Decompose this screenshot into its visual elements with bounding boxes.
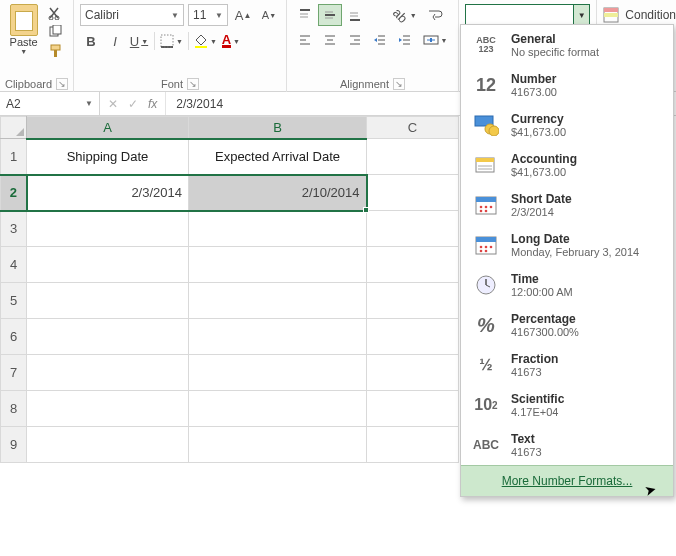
- cell-A7[interactable]: [27, 355, 189, 391]
- cell-A8[interactable]: [27, 391, 189, 427]
- format-option-time[interactable]: Time12:00:00 AM: [461, 265, 673, 305]
- font-size-combo[interactable]: 11▼: [188, 4, 228, 26]
- italic-button[interactable]: I: [104, 30, 126, 52]
- cancel-icon[interactable]: ✕: [108, 97, 118, 111]
- cell-B3[interactable]: [189, 211, 367, 247]
- underline-button[interactable]: U▼: [128, 30, 150, 52]
- cell-B2[interactable]: 2/10/2014: [189, 175, 367, 211]
- cell-C2[interactable]: [367, 175, 459, 211]
- column-header-A[interactable]: A: [27, 117, 189, 139]
- decrease-font-button[interactable]: A▼: [258, 4, 280, 26]
- cell-B1[interactable]: Expected Arrival Date: [189, 139, 367, 175]
- number-format-combo[interactable]: ▼: [465, 4, 590, 26]
- cell-B4[interactable]: [189, 247, 367, 283]
- format-option-currency[interactable]: Currency$41,673.00: [461, 105, 673, 145]
- cell-A5[interactable]: [27, 283, 189, 319]
- increase-font-button[interactable]: A▲: [232, 4, 254, 26]
- format-option-number[interactable]: 12 Number41673.00: [461, 65, 673, 105]
- format-option-scientific[interactable]: 102 Scientific4.17E+04: [461, 385, 673, 425]
- font-launcher[interactable]: ↘: [187, 78, 199, 90]
- svg-rect-4: [51, 45, 60, 50]
- number-format-dropdown: ABC123 GeneralNo specific format 12 Numb…: [460, 24, 674, 497]
- decrease-indent-button[interactable]: [368, 29, 392, 51]
- copy-button[interactable]: [47, 24, 65, 40]
- align-left-button[interactable]: [293, 29, 317, 51]
- row-header-5[interactable]: 5: [1, 283, 27, 319]
- row-header-4[interactable]: 4: [1, 247, 27, 283]
- cut-button[interactable]: [47, 5, 65, 21]
- cell-C8[interactable]: [367, 391, 459, 427]
- name-box[interactable]: A2▼: [0, 92, 100, 115]
- format-option-fraction[interactable]: ½ Fraction41673: [461, 345, 673, 385]
- cell-A2[interactable]: 2/3/2014: [27, 175, 189, 211]
- cell-C5[interactable]: [367, 283, 459, 319]
- alignment-launcher[interactable]: ↘: [393, 78, 405, 90]
- row-header-2[interactable]: 2: [1, 175, 27, 211]
- cell-A1[interactable]: Shipping Date: [27, 139, 189, 175]
- clock-icon: [471, 271, 501, 299]
- svg-rect-47: [476, 197, 496, 202]
- font-color-button[interactable]: A▼: [220, 30, 242, 52]
- fill-color-button[interactable]: ▼: [193, 30, 218, 52]
- wrap-text-button[interactable]: [418, 4, 452, 26]
- cell-B7[interactable]: [189, 355, 367, 391]
- cell-grid[interactable]: A B C 1 Shipping Date Expected Arrival D…: [0, 116, 459, 463]
- cell-C9[interactable]: [367, 427, 459, 463]
- number-format-dropdown-icon[interactable]: ▼: [573, 5, 589, 25]
- accounting-icon: [471, 151, 501, 179]
- calendar-icon: [471, 231, 501, 259]
- row-header-3[interactable]: 3: [1, 211, 27, 247]
- format-option-longdate[interactable]: Long DateMonday, February 3, 2014: [461, 225, 673, 265]
- borders-button[interactable]: ▼: [159, 30, 184, 52]
- merge-center-button[interactable]: ▼: [418, 29, 452, 51]
- orientation-button[interactable]: ab▼: [393, 4, 417, 26]
- format-painter-button[interactable]: [47, 43, 65, 59]
- cell-C4[interactable]: [367, 247, 459, 283]
- format-option-text[interactable]: ABC Text41673: [461, 425, 673, 465]
- align-center-button[interactable]: [318, 29, 342, 51]
- format-option-shortdate[interactable]: Short Date2/3/2014: [461, 185, 673, 225]
- cell-C6[interactable]: [367, 319, 459, 355]
- conditional-formatting-button[interactable]: Condition: [603, 4, 676, 26]
- cell-B6[interactable]: [189, 319, 367, 355]
- row-header-8[interactable]: 8: [1, 391, 27, 427]
- align-middle-button[interactable]: [318, 4, 342, 26]
- percent-icon: %: [471, 311, 501, 339]
- row-header-9[interactable]: 9: [1, 427, 27, 463]
- cell-B8[interactable]: [189, 391, 367, 427]
- row-header-6[interactable]: 6: [1, 319, 27, 355]
- row-header-7[interactable]: 7: [1, 355, 27, 391]
- clipboard-group: Paste ▼ Clipboard↘: [0, 0, 74, 92]
- cell-A4[interactable]: [27, 247, 189, 283]
- increase-indent-button[interactable]: [393, 29, 417, 51]
- svg-point-58: [480, 250, 483, 253]
- cell-B9[interactable]: [189, 427, 367, 463]
- fill-handle[interactable]: [363, 207, 369, 213]
- select-all-corner[interactable]: [1, 117, 27, 139]
- row-header-1[interactable]: 1: [1, 139, 27, 175]
- cell-C1[interactable]: [367, 139, 459, 175]
- paste-label: Paste: [4, 36, 43, 48]
- cell-C7[interactable]: [367, 355, 459, 391]
- formula-input[interactable]: 2/3/2014: [166, 97, 233, 111]
- format-option-accounting[interactable]: Accounting$41,673.00: [461, 145, 673, 185]
- more-number-formats-button[interactable]: More Number Formats... ➤: [461, 465, 673, 496]
- cell-A6[interactable]: [27, 319, 189, 355]
- fx-icon[interactable]: fx: [148, 97, 157, 111]
- cell-A9[interactable]: [27, 427, 189, 463]
- column-header-C[interactable]: C: [367, 117, 459, 139]
- align-bottom-button[interactable]: [343, 4, 367, 26]
- enter-icon[interactable]: ✓: [128, 97, 138, 111]
- cell-C3[interactable]: [367, 211, 459, 247]
- align-right-button[interactable]: [343, 29, 367, 51]
- clipboard-launcher[interactable]: ↘: [56, 78, 68, 90]
- format-option-general[interactable]: ABC123 GeneralNo specific format: [461, 25, 673, 65]
- bold-button[interactable]: B: [80, 30, 102, 52]
- format-option-percentage[interactable]: % Percentage4167300.00%: [461, 305, 673, 345]
- cell-B5[interactable]: [189, 283, 367, 319]
- cell-A3[interactable]: [27, 211, 189, 247]
- column-header-B[interactable]: B: [189, 117, 367, 139]
- paste-button[interactable]: Paste ▼: [4, 2, 43, 59]
- font-name-combo[interactable]: Calibri▼: [80, 4, 184, 26]
- align-top-button[interactable]: [293, 4, 317, 26]
